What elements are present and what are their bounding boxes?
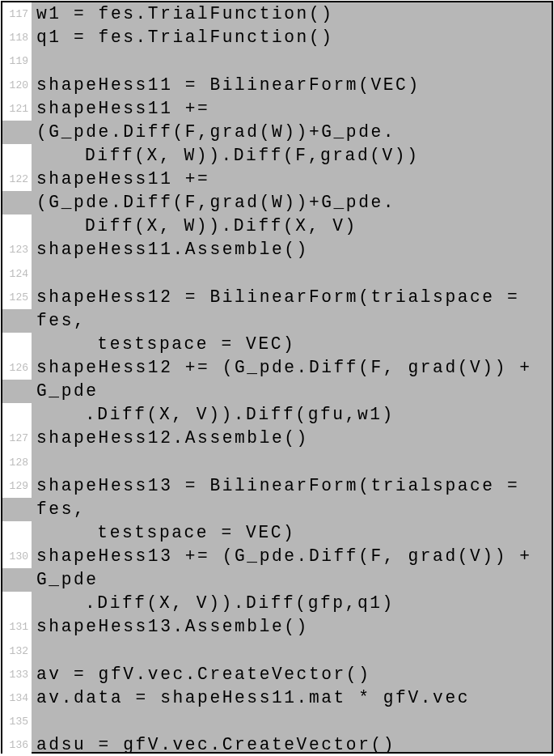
code-line: 124 [2, 262, 552, 286]
code-line-continuation: testspace = VEC) [2, 333, 552, 356]
code-line: 126shapeHess12 += (G_pde.Diff(F, grad(V)… [2, 356, 552, 403]
code-text: shapeHess11 += (G_pde.Diff(F,grad(W))+G_… [32, 97, 552, 144]
code-text: shapeHess12 = BilinearForm(trialspace = … [32, 286, 552, 333]
line-number: 130 [2, 545, 32, 568]
line-number: 126 [2, 356, 32, 380]
code-text: Diff(X, W)).Diff(X, V) [32, 214, 552, 238]
line-number: 120 [2, 74, 32, 97]
line-number: 118 [2, 26, 32, 49]
code-text: .Diff(X, V)).Diff(gfu,w1) [32, 403, 552, 427]
code-line: 132 [2, 639, 552, 663]
line-number: 135 [2, 710, 32, 733]
code-text: shapeHess11 = BilinearForm(VEC) [32, 74, 552, 97]
code-line: 130shapeHess13 += (G_pde.Diff(F, grad(V)… [2, 545, 552, 592]
code-line: 117w1 = fes.TrialFunction() [2, 2, 552, 26]
code-line: 120shapeHess11 = BilinearForm(VEC) [2, 74, 552, 97]
code-line: 118q1 = fes.TrialFunction() [2, 26, 552, 49]
line-number: 123 [2, 238, 32, 261]
code-line-continuation: Diff(X, W)).Diff(X, V) [2, 214, 552, 238]
code-text: shapeHess13 = BilinearForm(trialspace = … [32, 474, 552, 521]
code-line: 135 [2, 710, 552, 733]
line-number: 129 [2, 474, 32, 498]
code-line: 128 [2, 451, 552, 474]
code-line: 121shapeHess11 += (G_pde.Diff(F,grad(W))… [2, 97, 552, 144]
line-number: 119 [2, 49, 32, 73]
code-text: adsu = gfV.vec.CreateVector() [32, 733, 552, 756]
line-number-blank [2, 403, 32, 427]
code-line: 136adsu = gfV.vec.CreateVector() [2, 733, 552, 756]
code-line-continuation: .Diff(X, V)).Diff(gfp,q1) [2, 592, 552, 615]
line-number: 127 [2, 427, 32, 450]
line-number: 122 [2, 168, 32, 191]
line-number: 125 [2, 286, 32, 309]
code-line: 123shapeHess11.Assemble() [2, 238, 552, 261]
code-line-continuation: .Diff(X, V)).Diff(gfu,w1) [2, 403, 552, 427]
code-text: shapeHess11 += (G_pde.Diff(F,grad(W))+G_… [32, 168, 552, 214]
code-line: 129shapeHess13 = BilinearForm(trialspace… [2, 474, 552, 521]
code-text: .Diff(X, V)).Diff(gfp,q1) [32, 592, 552, 615]
line-number: 117 [2, 2, 32, 26]
code-line: 125shapeHess12 = BilinearForm(trialspace… [2, 286, 552, 333]
line-number: 134 [2, 686, 32, 710]
code-text: shapeHess12.Assemble() [32, 427, 552, 450]
line-number: 121 [2, 97, 32, 121]
line-number-blank [2, 521, 32, 545]
code-line: 133av = gfV.vec.CreateVector() [2, 663, 552, 686]
code-text: testspace = VEC) [32, 521, 552, 545]
code-text: shapeHess13.Assemble() [32, 615, 552, 639]
code-line: 122shapeHess11 += (G_pde.Diff(F,grad(W))… [2, 168, 552, 214]
code-line: 131shapeHess13.Assemble() [2, 615, 552, 639]
line-number-blank [2, 144, 32, 168]
line-number-blank [2, 592, 32, 615]
line-number: 131 [2, 615, 32, 639]
code-listing: 117w1 = fes.TrialFunction()118q1 = fes.T… [1, 1, 553, 754]
code-text: shapeHess12 += (G_pde.Diff(F, grad(V)) +… [32, 356, 552, 403]
code-text: testspace = VEC) [32, 333, 552, 356]
code-text: shapeHess13 += (G_pde.Diff(F, grad(V)) +… [32, 545, 552, 592]
code-text: q1 = fes.TrialFunction() [32, 26, 552, 49]
line-number: 136 [2, 733, 32, 756]
code-text: Diff(X, W)).Diff(F,grad(V)) [32, 144, 552, 168]
line-number-blank [2, 333, 32, 356]
code-line: 119 [2, 49, 552, 73]
code-line-continuation: testspace = VEC) [2, 521, 552, 545]
code-line: 127shapeHess12.Assemble() [2, 427, 552, 450]
line-number: 133 [2, 663, 32, 686]
code-text: shapeHess11.Assemble() [32, 238, 552, 261]
line-number: 128 [2, 451, 32, 474]
code-line-continuation: Diff(X, W)).Diff(F,grad(V)) [2, 144, 552, 168]
code-text: av.data = shapeHess11.mat * gfV.vec [32, 686, 552, 710]
line-number: 124 [2, 262, 32, 286]
line-number: 132 [2, 639, 32, 663]
code-text: w1 = fes.TrialFunction() [32, 2, 552, 26]
code-text: av = gfV.vec.CreateVector() [32, 663, 552, 686]
line-number-blank [2, 214, 32, 238]
code-line: 134av.data = shapeHess11.mat * gfV.vec [2, 686, 552, 710]
